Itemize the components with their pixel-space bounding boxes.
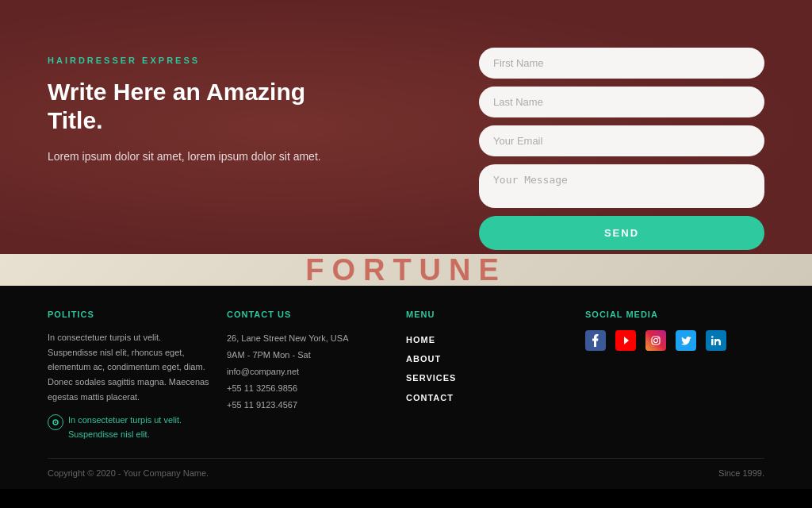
linkedin-icon[interactable] <box>706 330 726 351</box>
svg-point-6 <box>657 337 659 339</box>
svg-point-1 <box>55 421 56 423</box>
youtube-icon[interactable] <box>615 330 636 351</box>
email-input[interactable] <box>479 125 764 156</box>
footer-divider <box>48 458 764 459</box>
contact-form: SEND <box>479 48 764 250</box>
hero-left: HAIRDRESSER EXPRESS Write Here an Amazin… <box>48 48 349 165</box>
menu-services[interactable]: SERVICES <box>406 368 569 387</box>
svg-marker-2 <box>624 337 629 344</box>
politics-link: In consectetuer turpis ut velit. Suspend… <box>48 414 211 441</box>
message-input[interactable] <box>479 164 764 208</box>
menu-contact[interactable]: CONTACT <box>406 388 569 407</box>
twitter-icon[interactable] <box>676 330 696 351</box>
contact-us-title: CONTACT US <box>227 310 390 319</box>
social-icons-row <box>585 330 749 351</box>
hero-description: Lorem ipsum dolor sit amet, lorem ipsum … <box>48 148 349 165</box>
contact-phone2: +55 11 9123.4567 <box>227 397 390 414</box>
politics-body: In consectetuer turpis ut velit. Suspend… <box>48 330 211 404</box>
politics-title: POLITICS <box>48 310 211 319</box>
hero-section: HAIRDRESSER EXPRESS Write Here an Amazin… <box>0 0 812 254</box>
menu-about[interactable]: ABOUT <box>406 349 569 368</box>
contact-address: 26, Lane Street New York, USA <box>227 330 390 347</box>
contact-hours: 9AM - 7PM Mon - Sat <box>227 347 390 364</box>
svg-point-5 <box>654 339 658 343</box>
last-name-input[interactable] <box>479 87 764 117</box>
footer-menu-col: MENU HOME ABOUT SERVICES CONTACT <box>406 310 585 442</box>
contact-email: info@company.net <box>227 364 390 380</box>
footer-contact-col: CONTACT US 26, Lane Street New York, USA… <box>227 310 406 442</box>
footer-bottom: Copyright © 2020 - Your Company Name. Si… <box>48 468 764 489</box>
footer: POLITICS In consectetuer turpis ut velit… <box>0 286 812 489</box>
magazine-text: FORTUNE <box>305 255 507 285</box>
first-name-input[interactable] <box>479 48 764 79</box>
menu-home[interactable]: HOME <box>406 330 569 349</box>
hero-title: Write Here an Amazing Title. <box>48 78 349 135</box>
svg-rect-7 <box>711 339 714 345</box>
svg-point-8 <box>711 336 714 338</box>
footer-top: POLITICS In consectetuer turpis ut velit… <box>48 310 764 458</box>
hero-subtitle: HAIRDRESSER EXPRESS <box>48 56 349 65</box>
hero-content: HAIRDRESSER EXPRESS Write Here an Amazin… <box>0 0 812 254</box>
contact-phone1: +55 11 3256.9856 <box>227 380 390 397</box>
footer-politics-col: POLITICS In consectetuer turpis ut velit… <box>48 310 227 442</box>
facebook-icon[interactable] <box>585 330 606 351</box>
copyright-text: Copyright © 2020 - Your Company Name. <box>48 468 209 478</box>
social-title: SOCIAL MEDIA <box>585 310 749 319</box>
since-text: Since 1999. <box>718 468 764 478</box>
politics-link-text: In consectetuer turpis ut velit. Suspend… <box>68 414 182 441</box>
menu-title: MENU <box>406 310 569 319</box>
send-button[interactable]: SEND <box>479 216 764 250</box>
magazine-bg: FORTUNE <box>0 254 812 286</box>
link-icon <box>48 414 63 430</box>
instagram-icon[interactable] <box>645 330 666 351</box>
magazine-strip: FORTUNE <box>0 254 812 286</box>
footer-social-col: SOCIAL MEDIA <box>585 310 764 442</box>
